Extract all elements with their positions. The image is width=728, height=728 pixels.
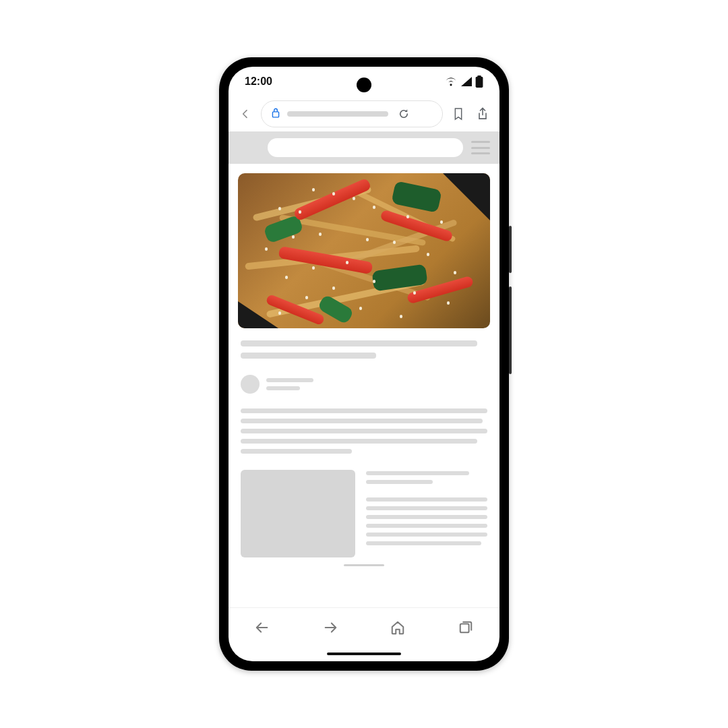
page-content[interactable] — [229, 131, 499, 607]
arrow-left-icon — [255, 620, 270, 635]
volume-button — [509, 226, 512, 273]
site-menu-button[interactable] — [471, 141, 490, 154]
address-bar[interactable] — [261, 100, 443, 127]
heading-placeholder-line2 — [241, 353, 376, 359]
hero-image[interactable] — [238, 173, 490, 328]
battery-icon — [475, 75, 483, 88]
lock-icon — [271, 107, 280, 121]
reload-button[interactable] — [395, 105, 413, 123]
bookmark-icon — [453, 107, 464, 121]
article-body — [229, 338, 499, 566]
screen: 12:00 — [229, 67, 499, 661]
bookmark-button[interactable] — [450, 105, 467, 123]
site-header — [229, 131, 499, 164]
cell-signal-icon — [460, 76, 473, 87]
status-indicators — [444, 75, 483, 88]
bottom-nav — [229, 607, 499, 646]
author-avatar — [241, 375, 260, 394]
svg-rect-2 — [272, 112, 278, 117]
site-search-pill[interactable] — [268, 138, 463, 157]
nav-home-button[interactable] — [383, 613, 413, 642]
back-button[interactable] — [237, 109, 254, 119]
status-time: 12:00 — [245, 75, 272, 88]
home-icon — [390, 620, 405, 635]
front-camera — [357, 78, 371, 92]
chevron-left-icon — [240, 109, 251, 119]
paragraph-placeholder — [241, 408, 487, 454]
hamburger-icon — [471, 141, 490, 143]
share-icon — [477, 107, 489, 121]
reload-icon — [398, 108, 410, 120]
tabs-icon — [458, 620, 473, 635]
svg-rect-1 — [476, 77, 483, 88]
power-button — [509, 286, 512, 374]
author-row — [241, 375, 487, 394]
svg-rect-3 — [460, 624, 469, 632]
author-name-placeholder — [266, 378, 313, 382]
scroll-hint — [344, 564, 384, 566]
url-text-placeholder — [287, 111, 388, 117]
share-button[interactable] — [474, 105, 491, 123]
browser-toolbar — [229, 96, 499, 131]
heading-placeholder-line1 — [241, 340, 477, 346]
card-image-placeholder — [241, 470, 355, 557]
nav-back-button[interactable] — [247, 613, 277, 642]
wifi-icon — [444, 76, 458, 87]
arrow-right-icon — [323, 620, 338, 635]
card-text-placeholder — [366, 470, 487, 557]
gesture-bar — [229, 646, 499, 661]
phone-frame: 12:00 — [219, 57, 509, 671]
related-card[interactable] — [241, 470, 487, 557]
nav-tabs-button[interactable] — [451, 613, 481, 642]
author-meta-placeholder — [266, 386, 300, 390]
nav-forward-button[interactable] — [315, 613, 345, 642]
